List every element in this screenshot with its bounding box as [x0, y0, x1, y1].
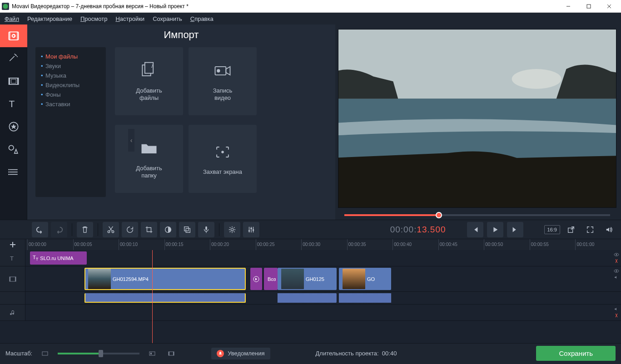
- tracks[interactable]: T TTSLO.ru UNIMA GH012594.MP4 Воз GH0125…: [0, 250, 621, 343]
- svg-rect-57: [42, 352, 48, 355]
- audio-wave-1[interactable]: [84, 293, 246, 303]
- mic-button[interactable]: [198, 222, 214, 237]
- music-track: [0, 305, 621, 321]
- cat-music[interactable]: Музыка: [41, 71, 100, 80]
- svg-rect-11: [9, 78, 10, 84]
- menu-view[interactable]: Просмотр: [80, 15, 107, 22]
- svg-point-42: [231, 228, 233, 231]
- collapse-handle[interactable]: ‹: [128, 129, 134, 152]
- title-clip[interactable]: TTSLO.ru UNIMA: [30, 251, 87, 265]
- prev-button[interactable]: [467, 222, 483, 237]
- close-button[interactable]: [599, 0, 619, 13]
- import-panel: Импорт Мои файлы Звуки Музыка Видеоклипы…: [27, 25, 335, 220]
- files-icon: ♪: [139, 61, 159, 81]
- volume-button[interactable]: [601, 222, 617, 237]
- music-track-head[interactable]: [0, 305, 25, 320]
- title-track-head[interactable]: T: [0, 250, 25, 266]
- notifications-button[interactable]: Уведомления: [211, 348, 270, 359]
- tile-label: Записьвидео: [213, 87, 233, 102]
- preview-area: [335, 25, 621, 220]
- svg-marker-46: [493, 227, 497, 232]
- audio-wave-2[interactable]: [278, 293, 337, 303]
- cat-sounds[interactable]: Звуки: [41, 61, 100, 71]
- svg-rect-28: [215, 67, 226, 75]
- tile-add-files[interactable]: ♪ Добавитьфайлы: [115, 47, 183, 115]
- menu-help[interactable]: Справка: [190, 15, 214, 22]
- color-button[interactable]: [160, 222, 176, 237]
- redo-button[interactable]: [51, 222, 67, 237]
- equalizer-button[interactable]: [243, 222, 259, 237]
- cat-myfiles[interactable]: Мои файлы: [41, 52, 100, 61]
- tab-transitions[interactable]: [0, 70, 27, 93]
- panel-title: Импорт: [27, 25, 335, 47]
- cat-intros[interactable]: Заставки: [41, 99, 100, 109]
- tile-record-video[interactable]: Записьвидео: [189, 47, 257, 115]
- titlebar: Movavi Видеоредактор – 7-дневная пробная…: [0, 0, 621, 13]
- play-button[interactable]: [487, 222, 503, 237]
- svg-rect-52: [10, 277, 10, 281]
- video-track-head[interactable]: [0, 266, 25, 291]
- menu-save[interactable]: Сохранить: [153, 15, 182, 22]
- tile-label: Добавитьпапку: [136, 165, 162, 179]
- svg-point-17: [9, 145, 14, 150]
- tile-add-folder[interactable]: Добавитьпапку: [115, 125, 183, 193]
- tab-import[interactable]: [0, 25, 27, 47]
- cut-button[interactable]: [103, 222, 119, 237]
- overlay-button[interactable]: [179, 222, 195, 237]
- minimize-button[interactable]: [558, 0, 578, 13]
- undo-button[interactable]: [32, 222, 48, 237]
- side-tabs: T: [0, 25, 27, 220]
- svg-point-22: [8, 169, 10, 170]
- video-clip-2[interactable]: GH0125: [278, 268, 337, 290]
- svg-rect-12: [17, 78, 19, 84]
- crop-button[interactable]: [141, 222, 157, 237]
- svg-marker-16: [11, 124, 16, 129]
- transition-clip[interactable]: [250, 268, 262, 290]
- preview-video[interactable]: [338, 29, 616, 208]
- cat-clips[interactable]: Видеоклипы: [41, 80, 100, 90]
- fit-icon[interactable]: [168, 350, 175, 357]
- svg-rect-59: [150, 353, 152, 354]
- menu-settings[interactable]: Настройки: [115, 15, 144, 22]
- svg-point-43: [248, 230, 250, 231]
- save-button[interactable]: Сохранить: [536, 346, 616, 361]
- menubar: Файл Редактирование Просмотр Настройки С…: [0, 13, 621, 25]
- add-track-button[interactable]: [0, 239, 25, 250]
- svg-point-35: [512, 69, 561, 89]
- tab-stickers[interactable]: [0, 115, 27, 138]
- menu-file[interactable]: Файл: [5, 15, 19, 22]
- popout-button[interactable]: [563, 222, 579, 237]
- cat-backgrounds[interactable]: Фоны: [41, 90, 100, 99]
- tab-shapes[interactable]: [0, 138, 27, 161]
- scrub-bar[interactable]: [338, 211, 616, 220]
- delete-button[interactable]: [77, 222, 93, 237]
- svg-rect-2: [587, 5, 591, 8]
- svg-point-45: [253, 229, 254, 231]
- svg-point-36: [108, 231, 110, 233]
- svg-rect-40: [186, 228, 190, 232]
- svg-rect-10: [9, 78, 19, 84]
- window-title: Movavi Видеоредактор – 7-дневная пробная…: [12, 3, 558, 10]
- maximize-button[interactable]: [578, 0, 599, 13]
- zoom-slider[interactable]: [58, 353, 139, 354]
- audio-linked-track: [0, 292, 621, 305]
- video-clip-voz[interactable]: Воз: [264, 268, 278, 290]
- video-clip-1[interactable]: GH012594.MP4: [84, 268, 246, 290]
- tab-titles[interactable]: T: [0, 93, 27, 115]
- zoom-out-icon[interactable]: [41, 350, 49, 357]
- tab-filters[interactable]: [0, 47, 27, 70]
- fullscreen-button[interactable]: [582, 222, 598, 237]
- time-ruler[interactable]: 00:00:00 00:00:05 00:00:10 00:00:15 00:0…: [0, 239, 621, 250]
- tab-more[interactable]: [0, 161, 27, 183]
- video-clip-3[interactable]: GO: [339, 268, 391, 290]
- tile-screen-capture[interactable]: Захват экрана: [189, 125, 257, 193]
- next-button[interactable]: [507, 222, 523, 237]
- rotate-button[interactable]: [122, 222, 138, 237]
- playhead[interactable]: [152, 250, 153, 343]
- svg-rect-53: [15, 277, 16, 281]
- audio-wave-3[interactable]: [339, 293, 391, 303]
- aspect-ratio[interactable]: 16:9: [544, 225, 560, 234]
- zoom-in-icon[interactable]: [149, 350, 156, 357]
- settings-button[interactable]: [224, 222, 240, 237]
- menu-edit[interactable]: Редактирование: [27, 15, 72, 22]
